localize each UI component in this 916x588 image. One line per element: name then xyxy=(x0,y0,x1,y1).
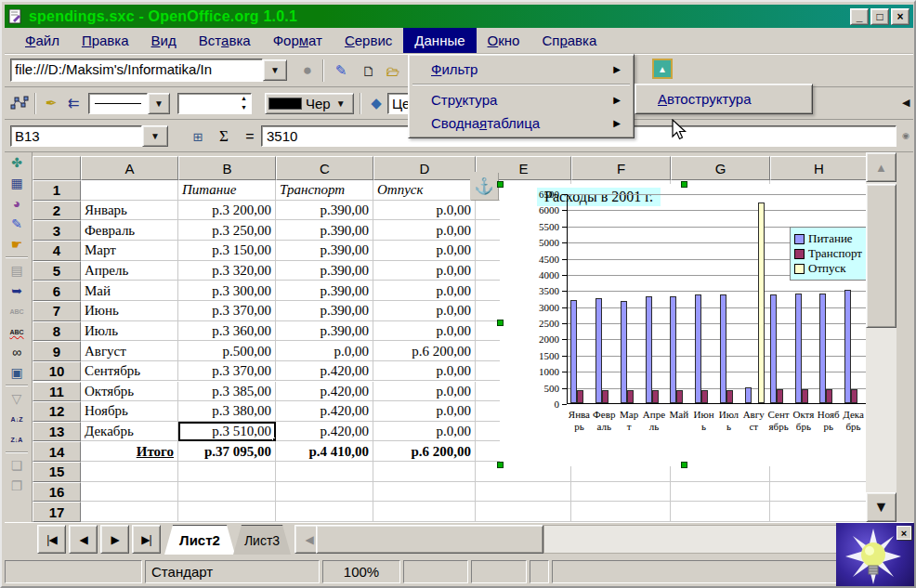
cell-C1[interactable]: Транспорт xyxy=(276,180,373,201)
cell-C4[interactable]: р.390,00 xyxy=(276,241,373,261)
cell-D13[interactable]: р.0,00 xyxy=(373,422,476,442)
cell-C7[interactable]: р.390,00 xyxy=(276,301,373,321)
first-sheet-button[interactable]: |◀ xyxy=(37,525,66,554)
cell-F17[interactable] xyxy=(571,502,671,522)
line-style-select[interactable] xyxy=(88,93,148,114)
pen-icon[interactable]: ✒ xyxy=(40,92,62,114)
row-header-4[interactable]: 4 xyxy=(33,241,81,261)
ungroup-icon[interactable]: ❐ xyxy=(5,476,29,496)
chart-handle-bottom-middle[interactable] xyxy=(681,462,687,468)
cell-E17[interactable] xyxy=(476,502,571,522)
cell-D6[interactable]: р.0,00 xyxy=(373,281,476,301)
vertical-scroll-thumb[interactable] xyxy=(866,184,896,328)
cell-D14[interactable]: р.6 200,00 xyxy=(373,441,476,462)
fill-style-icon[interactable]: ◆ xyxy=(365,92,387,114)
sort-ascending-icon[interactable]: A↓Z xyxy=(5,409,29,429)
cell-D12[interactable]: р.0,00 xyxy=(373,401,476,422)
cell-B14[interactable]: р.37 095,00 xyxy=(178,441,276,462)
new-document-icon[interactable]: 🗋 xyxy=(358,59,380,82)
chart-handle-top-left[interactable] xyxy=(497,181,504,188)
row-header-1[interactable]: 1 xyxy=(33,180,81,201)
chart-handle-top-middle[interactable] xyxy=(681,181,687,188)
toolbar-overflow-icon[interactable]: ◀ xyxy=(902,97,909,109)
menu-item-filter[interactable]: Фильтр▶ xyxy=(411,58,632,81)
menu-format[interactable]: Формат xyxy=(262,28,334,53)
menu-item-autooutline[interactable]: Автоструктура xyxy=(637,87,810,111)
cell-C10[interactable]: р.420,00 xyxy=(276,361,373,382)
cell-C12[interactable]: р.420,00 xyxy=(276,401,373,422)
row-header-9[interactable]: 9 xyxy=(33,341,81,361)
input-line-shrink-icon[interactable]: ◉ xyxy=(902,131,909,140)
cell-C16[interactable] xyxy=(276,482,373,503)
cell-C8[interactable]: р.390,00 xyxy=(276,321,373,342)
cell-A4[interactable]: Март xyxy=(81,241,178,261)
sheet-tab-Лист3[interactable]: Лист3 xyxy=(233,525,291,555)
chart-handle-left-middle[interactable] xyxy=(497,320,504,326)
cell-reference-box[interactable]: B13 xyxy=(10,125,142,147)
cell-D16[interactable] xyxy=(373,482,476,503)
function-wizard-icon[interactable]: ⊞ xyxy=(187,125,209,148)
cell-C13[interactable]: р.420,00 xyxy=(276,422,373,442)
line-color-select[interactable]: Чер ▼ xyxy=(265,93,354,114)
chart-handle-bottom-left[interactable] xyxy=(497,462,504,468)
scroll-down-button[interactable]: ▼ xyxy=(866,492,896,522)
cell-A6[interactable]: Май xyxy=(81,281,178,301)
cell-D8[interactable]: р.0,00 xyxy=(373,321,476,342)
maximize-button[interactable]: □ xyxy=(870,8,889,25)
menu-item-outline[interactable]: Структура▶ xyxy=(411,88,632,111)
cell-A13[interactable]: Декабрь xyxy=(81,422,178,442)
autofilter-icon[interactable]: ▽ xyxy=(5,388,29,409)
row-header-8[interactable]: 8 xyxy=(33,321,81,342)
cell-A17[interactable] xyxy=(81,502,178,522)
previous-sheet-button[interactable]: ◀ xyxy=(69,525,98,554)
title-bar[interactable]: spendings.sxc - OpenOffice.org 1.0.1 _ □… xyxy=(5,5,913,28)
cell-A11[interactable]: Октябрь xyxy=(81,382,178,402)
group-icon[interactable]: ❏ xyxy=(5,455,29,476)
row-header-10[interactable]: 10 xyxy=(33,361,81,382)
cell-C2[interactable]: р.390,00 xyxy=(276,201,373,221)
cell-A9[interactable]: Август xyxy=(81,341,178,361)
cell-A16[interactable] xyxy=(81,482,178,503)
row-header-2[interactable]: 2 xyxy=(33,201,81,221)
col-header-C[interactable]: C xyxy=(276,156,373,180)
cell-D2[interactable]: р.0,00 xyxy=(373,201,476,221)
cell-A15[interactable] xyxy=(81,462,178,482)
menu-view[interactable]: Вид xyxy=(140,28,188,53)
row-header-11[interactable]: 11 xyxy=(33,382,81,402)
row-header-17[interactable]: 17 xyxy=(33,502,81,522)
draw-functions-icon[interactable]: ✎ xyxy=(5,214,29,234)
cell-D3[interactable]: р.0,00 xyxy=(373,220,476,241)
cell-A3[interactable]: Февраль xyxy=(81,220,178,241)
form-functions-icon[interactable]: ☛ xyxy=(5,234,29,255)
autospellcheck-icon[interactable]: ABC xyxy=(5,321,29,342)
edit-points-icon[interactable] xyxy=(8,92,31,114)
row-header-7[interactable]: 7 xyxy=(33,301,81,321)
cell-A7[interactable]: Июнь xyxy=(81,301,178,321)
cell-D10[interactable]: р.0,00 xyxy=(373,361,476,382)
cell-A12[interactable]: Ноябрь xyxy=(81,401,178,422)
cell-B10[interactable]: р.3 370,00 xyxy=(178,361,276,382)
cell-B6[interactable]: р.3 300,00 xyxy=(178,281,276,301)
col-header-A[interactable]: A xyxy=(81,156,178,180)
cell-A5[interactable]: Апрель xyxy=(81,261,178,281)
cell-B1[interactable]: Питание xyxy=(178,180,276,201)
menu-file[interactable]: Файл xyxy=(14,28,71,53)
sum-icon[interactable]: Σ xyxy=(213,125,235,148)
cell-D17[interactable] xyxy=(373,502,476,522)
cell-A14[interactable]: Итого xyxy=(81,441,178,462)
cell-D11[interactable]: р.0,00 xyxy=(373,382,476,402)
row-header-13[interactable]: 13 xyxy=(33,422,81,442)
name-box-dropdown-button[interactable]: ▼ xyxy=(142,125,168,147)
cell-B7[interactable]: р.3 370,00 xyxy=(178,301,276,321)
insert-list-icon[interactable]: ▤ xyxy=(5,260,29,281)
cell-D4[interactable]: р.0,00 xyxy=(373,241,476,261)
arrow-style-icon[interactable]: ⇇ xyxy=(62,92,85,114)
cell-C5[interactable]: р.390,00 xyxy=(276,261,373,281)
cell-B15[interactable] xyxy=(178,462,276,482)
menu-item-pivot[interactable]: Сводная таблица▶ xyxy=(411,111,632,135)
menu-tools[interactable]: Сервис xyxy=(334,28,403,53)
embedded-chart[interactable]: Расходы в 2001 г.05001000150020002500300… xyxy=(500,184,870,466)
col-header-B[interactable]: B xyxy=(178,156,276,180)
insert-cells-icon[interactable]: ▦ xyxy=(5,173,29,193)
last-sheet-button[interactable]: ▶| xyxy=(132,525,161,554)
